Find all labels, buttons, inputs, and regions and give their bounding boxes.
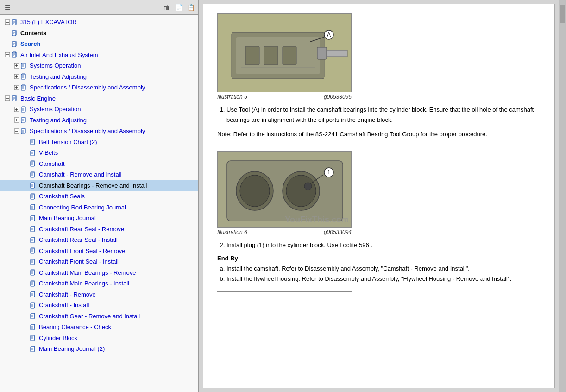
expander-root[interactable] (4, 19, 11, 25)
page-icon-camshaft-ri (30, 171, 37, 178)
label-search: Search (20, 39, 40, 49)
svg-rect-36 (21, 74, 25, 79)
tree-item-air-sys-op[interactable]: Systems Operation (0, 60, 198, 71)
tree-item-crankshaft-seals[interactable]: Crankshaft Seals (0, 191, 198, 202)
step-list-2: Install plug (1) into the cylinder block… (217, 240, 541, 250)
svg-rect-67 (21, 118, 25, 123)
label-contents: Contents (20, 29, 46, 38)
page-icon-air-spec (20, 84, 28, 91)
page-icon-root (11, 19, 19, 25)
label-crank-main-remove: Crankshaft Main Bearings - Remove (39, 268, 136, 278)
tree-item-crankshaft-remove[interactable]: Crankshaft - Remove (0, 289, 198, 300)
tree-item-crankshaft-install[interactable]: Crankshaft - Install (0, 300, 198, 311)
tree-item-be-spec[interactable]: Specifications / Disassembly and Assembl… (0, 126, 198, 137)
page-icon-contents (11, 30, 19, 36)
tree-item-conn-rod-journal[interactable]: Connecting Rod Bearing Journal (0, 202, 198, 213)
page-icon-belt-tension (30, 139, 37, 145)
tree-item-contents[interactable]: Contents (0, 28, 198, 39)
expander-be-spec[interactable] (13, 128, 20, 134)
tree-item-main-bearing-journal[interactable]: Main Bearing Journal (0, 213, 198, 224)
tree-item-cylinder-block[interactable]: Cylinder Block (0, 333, 198, 344)
right-panel: A Illustration 5 g00533096 (199, 0, 566, 392)
page-icon-v-belts (30, 150, 37, 156)
tree-item-crank-main-remove[interactable]: Crankshaft Main Bearings - Remove (0, 267, 198, 278)
label-air-inlet: Air Inlet And Exhaust System (20, 51, 98, 60)
expander-air-test[interactable] (13, 74, 20, 79)
svg-rect-89 (31, 161, 34, 166)
svg-rect-51 (12, 96, 16, 101)
tree-item-main-bearing-2[interactable]: Main Bearing Journal (2) (0, 343, 198, 354)
tree-item-be-test[interactable]: Testing and Adjusting (0, 115, 198, 126)
tree-item-crank-rear-remove[interactable]: Crankshaft Rear Seal - Remove (0, 224, 198, 235)
tree-item-crank-rear-install[interactable]: Crankshaft Rear Seal - Install (0, 234, 198, 246)
page-icon-be-sys-op (20, 106, 28, 113)
svg-rect-190 (283, 46, 296, 65)
tree-item-v-belts[interactable]: V-Belts (0, 147, 198, 158)
illus2-label: Illustration 6 (217, 229, 247, 235)
delete-icon[interactable]: 🗑 (162, 3, 171, 12)
page-icon-crankshaft-install (30, 302, 37, 309)
right-scrollbar[interactable] (559, 0, 566, 392)
label-main-bearing-2: Main Bearing Journal (2) (39, 344, 105, 354)
tree-item-crank-main-install[interactable]: Crankshaft Main Bearings - Install (0, 278, 198, 289)
page-icon-crank-main-remove (30, 269, 37, 276)
tree-item-crank-front-remove[interactable]: Crankshaft Front Seal - Remove (0, 246, 198, 257)
tree-item-crank-gear-ri[interactable]: Crankshaft Gear - Remove and Install (0, 311, 198, 322)
scrollbar-thumb[interactable] (560, 5, 565, 23)
export-icon[interactable]: 📄 (174, 3, 183, 12)
section-divider (217, 145, 352, 145)
svg-rect-154 (31, 303, 34, 308)
tree-item-air-inlet[interactable]: Air Inlet And Exhaust System (0, 50, 198, 61)
svg-rect-59 (21, 107, 25, 112)
content-area: A Illustration 5 g00533096 (203, 4, 555, 388)
step-2: Install plug (1) into the cylinder block… (226, 240, 541, 250)
expander-air-inlet[interactable] (4, 52, 11, 57)
label-v-belts: V-Belts (39, 148, 58, 158)
tree-item-camshaft-ri[interactable]: Camshaft - Remove and Install (0, 169, 198, 180)
expander-air-sys-op[interactable] (13, 63, 20, 69)
svg-rect-189 (264, 46, 278, 65)
print-icon[interactable]: 📋 (186, 3, 195, 12)
step-list-1: Use Tool (A) in order to install the cam… (217, 105, 541, 125)
svg-rect-94 (31, 172, 34, 177)
page-icon-crank-rear-remove (30, 226, 37, 232)
tree-item-air-test[interactable]: Testing and Adjusting (0, 71, 198, 82)
svg-rect-79 (31, 139, 34, 145)
svg-rect-104 (31, 194, 34, 199)
tree-item-bearing-clearance[interactable]: Bearing Clearance - Check (0, 322, 198, 333)
page-icon-basic-engine (11, 95, 19, 101)
expander-be-sys-op[interactable] (13, 107, 20, 112)
tree-item-be-sys-op[interactable]: Systems Operation (0, 104, 198, 115)
tree-area: 315 (L) EXCAVATOR Contents Search Air In… (0, 15, 198, 392)
tree-item-basic-engine[interactable]: Basic Engine (0, 93, 198, 104)
expander-basic-engine[interactable] (4, 95, 11, 101)
end-by-a: Install the camshaft. Refer to Disassemb… (226, 264, 541, 274)
svg-rect-182 (317, 47, 327, 59)
end-by-heading: End By: (217, 255, 541, 262)
tree-item-root[interactable]: 315 (L) EXCAVATOR (0, 17, 198, 28)
page-icon-crank-main-install (30, 280, 37, 287)
svg-rect-114 (31, 216, 34, 221)
page-icon-crank-rear-install (30, 237, 37, 243)
svg-rect-84 (31, 151, 34, 156)
menu-icon[interactable]: ☰ (3, 3, 12, 12)
end-by-b: Install the flywheel housing. Refer to D… (226, 274, 541, 284)
expander-air-spec[interactable] (13, 85, 20, 90)
tree-item-crank-front-install[interactable]: Crankshaft Front Seal - Install (0, 256, 198, 267)
tree-item-camshaft[interactable]: Camshaft (0, 158, 198, 170)
illus1-label: Illustration 5 (217, 94, 247, 100)
svg-rect-129 (31, 248, 34, 253)
tree-item-belt-tension[interactable]: Belt Tension Chart (2) (0, 137, 198, 148)
tree-item-search[interactable]: Search (0, 38, 198, 50)
svg-rect-109 (31, 205, 34, 210)
expander-be-test[interactable] (13, 117, 20, 123)
svg-rect-134 (31, 259, 34, 265)
svg-rect-139 (31, 270, 34, 275)
svg-rect-188 (245, 46, 259, 65)
page-icon-crank-front-remove (30, 247, 37, 254)
tree-item-camshaft-bearings[interactable]: Camshaft Bearings - Remove and Install (0, 180, 198, 191)
label-cylinder-block: Cylinder Block (39, 334, 77, 343)
end-by-list: Install the camshaft. Refer to Disassemb… (217, 264, 541, 284)
tree-item-air-spec[interactable]: Specifications / Disassembly and Assembl… (0, 82, 198, 93)
toolbar: ☰ 🗑 📄 📋 (0, 0, 198, 15)
